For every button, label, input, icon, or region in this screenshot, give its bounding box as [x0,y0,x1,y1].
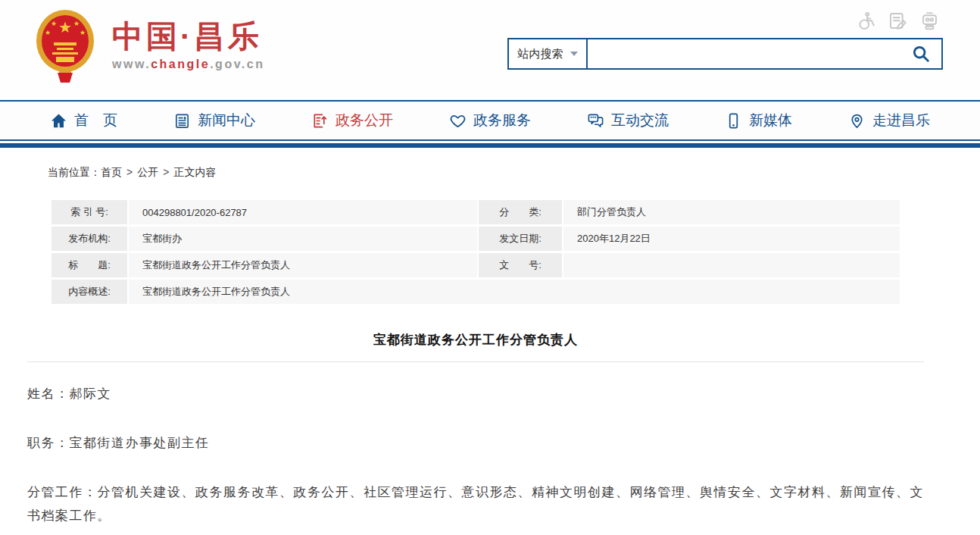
main-content: 当前位置：首页>公开>正文内容 索 引 号: 004298801/2020-62… [27,166,924,527]
meta-label-issuing-agency: 发布机构: [51,227,127,251]
breadcrumb: 当前位置：首页>公开>正文内容 [48,166,924,180]
meta-label-summary: 内容概述: [51,280,127,304]
nav-item-label: 政务服务 [473,111,531,130]
chat-icon [587,112,604,130]
meta-label-title: 标 题: [51,253,127,277]
svg-text:★: ★ [45,29,51,36]
document-meta-table: 索 引 号: 004298801/2020-62787 分 类: 部门分管负责人… [51,200,900,304]
search-scope-label: 站内搜索 [518,47,563,61]
search-bar: 站内搜索 [507,38,943,70]
news-icon [173,112,191,130]
nav-item-label: 互动交流 [611,111,669,130]
article-paragraph-duties: 分管工作：分管机关建设、政务服务改革、政务公开、社区管理运行、意识形态、精神文明… [27,480,924,527]
meta-value-category: 部门分管负责人 [563,200,900,224]
meta-value-issuing-agency: 宝都街办 [129,227,477,251]
svg-text:★: ★ [73,20,80,27]
nav-item-label: 新闻中心 [198,111,255,130]
breadcrumb-separator: > [163,166,169,178]
page: ★ ★ ★ ★ ★ 中国·昌乐 www.changle.gov.cn [0,0,980,535]
meta-label-index-number: 索 引 号: [51,200,127,224]
disclosure-icon [311,112,329,130]
site-name: 中国·昌乐 [112,20,264,54]
heart-icon [449,112,467,130]
nav-item-label: 新媒体 [749,111,792,130]
nav-item-visit[interactable]: 走进昌乐 [848,111,930,130]
site-url: www.changle.gov.cn [112,58,264,71]
search-input[interactable] [588,39,900,68]
breadcrumb-home-link[interactable]: 首页 [101,166,122,178]
home-icon [50,112,67,130]
svg-text:★: ★ [51,20,57,27]
national-emblem-icon: ★ ★ ★ ★ ★ [33,8,97,83]
title-divider [27,361,924,362]
phone-icon [725,112,742,130]
site-header: ★ ★ ★ ★ ★ 中国·昌乐 www.changle.gov.cn [0,0,980,100]
url-suffix: .gov.cn [210,58,264,70]
chevron-down-icon [570,52,578,56]
meta-value-issue-date: 2020年12月22日 [563,227,900,251]
meta-label-doc-number: 文 号: [479,253,562,277]
main-nav: 首 页 新闻中心 政务公开 政务服务 [0,100,980,139]
header-right: 站内搜索 [507,0,943,70]
robot-icon[interactable] [919,11,940,31]
meta-value-index-number: 004298801/2020-62787 [129,200,477,224]
article-paragraph-name: 姓名：郝际文 [27,382,924,405]
url-domain: changle [151,58,210,70]
nav-item-label: 政务公开 [336,111,393,130]
breadcrumb-current: 正文内容 [173,166,216,178]
accessibility-icon[interactable] [856,11,876,31]
document-title: 宝都街道政务公开工作分管负责人 [27,331,924,349]
search-icon [911,44,931,64]
nav-item-services[interactable]: 政务服务 [449,111,531,130]
map-pin-icon [848,112,866,130]
nav-item-news[interactable]: 新闻中心 [173,111,255,130]
meta-value-summary: 宝都街道政务公开工作分管负责人 [129,280,900,304]
meta-label-issue-date: 发文日期: [479,227,562,251]
breadcrumb-separator: > [126,166,133,178]
svg-text:★: ★ [80,29,86,36]
meta-label-category: 分 类: [479,200,562,224]
article-paragraph-position: 职务：宝都街道办事处副主任 [27,431,924,455]
utility-icons [856,11,943,31]
svg-text:★: ★ [58,19,72,36]
nav-item-home[interactable]: 首 页 [50,111,117,130]
breadcrumb-section-link[interactable]: 公开 [137,166,158,178]
url-prefix: www. [112,58,151,70]
meta-value-doc-number [563,253,900,277]
nav-item-label: 首 页 [74,111,117,130]
site-logo[interactable]: ★ ★ ★ ★ ★ 中国·昌乐 www.changle.gov.cn [33,0,264,83]
search-button[interactable] [900,39,941,68]
nav-separator-thick [0,143,980,148]
edit-document-icon[interactable] [888,11,908,31]
logo-text: 中国·昌乐 www.changle.gov.cn [112,20,264,71]
nav-item-label: 走进昌乐 [872,111,930,130]
article-body: 姓名：郝际文 职务：宝都街道办事处副主任 分管工作：分管机关建设、政务服务改革、… [27,382,924,527]
nav-item-interaction[interactable]: 互动交流 [587,111,669,130]
breadcrumb-label: 当前位置： [48,166,101,178]
meta-value-title: 宝都街道政务公开工作分管负责人 [129,253,477,277]
nav-item-newmedia[interactable]: 新媒体 [725,111,792,130]
search-scope-dropdown[interactable]: 站内搜索 [509,39,588,68]
nav-item-disclosure[interactable]: 政务公开 [311,111,393,130]
